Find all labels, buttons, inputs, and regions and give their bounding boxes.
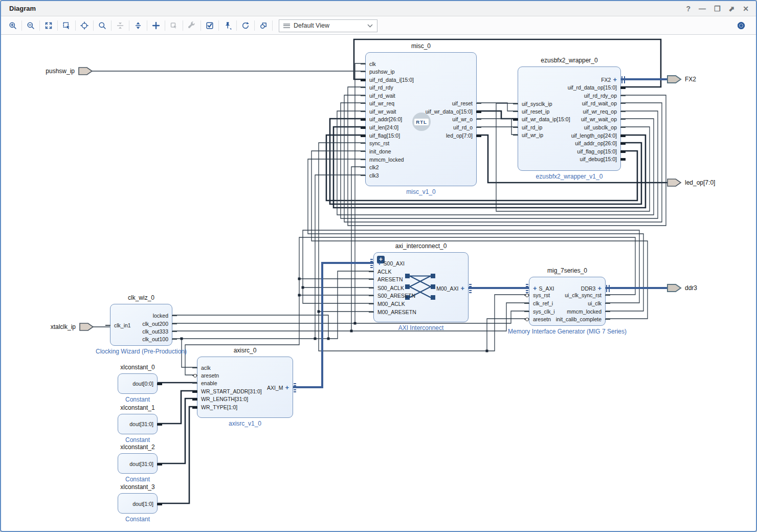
pin-clk_out100[interactable]: clk_out100 (142, 336, 168, 343)
pin-clk_ref_i[interactable]: clk_ref_i (533, 300, 553, 307)
pin-uif_debug[15:0][interactable]: uif_debug[15:0] (580, 156, 617, 163)
pin-ACLK[interactable]: ACLK (377, 268, 391, 275)
add-ip-icon[interactable] (149, 19, 163, 32)
maximize-button[interactable]: ❒ (714, 5, 721, 12)
pin-FX2[interactable]: FX2+ (601, 76, 617, 83)
block-misc_0[interactable]: RTLclkpushsw_ipuif_rd_data_i[15:0]uif_rd… (365, 52, 477, 186)
wire[interactable] (172, 315, 328, 339)
regenerate-layout-icon[interactable] (239, 19, 252, 32)
pin-uif_wr_data_o[15:0][interactable]: uif_wr_data_o[15:0] (426, 108, 473, 115)
port-arrow-ddr3[interactable] (667, 284, 681, 292)
pin-uif_rd_wait[interactable]: uif_rd_wait (369, 92, 395, 99)
gear-icon[interactable] (734, 19, 748, 32)
diagram-canvas[interactable]: pushsw_ipxtalclk_ipFX2led_op[7:0]ddr3RTL… (1, 1, 756, 530)
wire[interactable] (293, 263, 373, 387)
pin-S00_ARESETN[interactable]: S00_ARESETN (377, 292, 415, 299)
customize-wrench-icon[interactable] (185, 19, 198, 32)
port-arrow-xtalclk_ip[interactable] (80, 323, 93, 330)
pin-init_calib_complete[interactable]: init_calib_complete (556, 316, 602, 323)
wire[interactable] (158, 398, 197, 463)
wire[interactable] (351, 167, 365, 331)
zoom-fit-icon[interactable] (42, 19, 55, 32)
pin-enable[interactable]: enable (201, 380, 217, 387)
external-port-led_op[7:0][interactable]: led_op[7:0] (685, 179, 715, 186)
interface-connection-icon[interactable] (257, 19, 270, 32)
block-ezusbfx2_wrapper_0[interactable]: uif_sysclk_ipuif_reset_ipuif_wr_data_ip[… (518, 66, 621, 171)
collapse-hierarchy-icon[interactable] (114, 19, 127, 32)
pin-M00_AXI[interactable]: M00_AXI+ (436, 285, 464, 292)
block-xlconstant_0[interactable]: dout[0:0] (118, 373, 158, 394)
pin-uif_length_op[24:0][interactable]: uif_length_op[24:0] (571, 132, 617, 139)
pin-DDR3[interactable]: DDR3+ (581, 285, 602, 292)
pin-S_AXI[interactable]: +S_AXI (533, 285, 554, 292)
pin-pushsw_ip[interactable]: pushsw_ip (369, 68, 395, 75)
pin-mmcm_locked[interactable]: mmcm_locked (369, 156, 404, 163)
pin-uif_reset_ip[interactable]: uif_reset_ip (522, 108, 549, 115)
pin-ui_clk[interactable]: ui_clk (588, 300, 602, 307)
autofit-selection-icon[interactable] (78, 19, 91, 32)
search-icon[interactable] (96, 19, 109, 32)
pin-uif_wr_req[interactable]: uif_wr_req (369, 100, 394, 107)
validate-design-icon[interactable] (203, 19, 216, 32)
zoom-in-icon[interactable] (6, 19, 19, 32)
expand-interface-icon[interactable]: + (460, 285, 464, 292)
block-axi_interconnect_0[interactable]: ++S00_AXIACLKARESETNS00_ACLKS00_ARESETNM… (373, 252, 469, 322)
wire[interactable] (172, 311, 529, 323)
pin-uif_flag[15:0][interactable]: uif_flag[15:0] (369, 132, 400, 139)
port-arrow-pushsw_ip[interactable] (79, 68, 92, 75)
pin-mmcm_locked[interactable]: mmcm_locked (567, 308, 602, 315)
pin-uif_wr_o[interactable]: uif_wr_o (452, 116, 473, 123)
pin-uif_rd_rdy_op[interactable]: uif_rd_rdy_op (584, 92, 617, 99)
pin-clk3[interactable]: clk3 (369, 172, 379, 179)
pin-ui_clk_sync_rst[interactable]: ui_clk_sync_rst (565, 292, 602, 299)
expand-interface-icon[interactable]: + (597, 285, 602, 292)
expand-interface-icon[interactable]: + (613, 77, 617, 83)
pin-uif_wr_data_ip[15:0][interactable]: uif_wr_data_ip[15:0] (522, 116, 570, 123)
pin-clk_out200[interactable]: clk_out200 (142, 320, 168, 327)
pin-uif_rd_data_op[15:0][interactable]: uif_rd_data_op[15:0] (568, 84, 617, 91)
pin-uif_wr_ip[interactable]: uif_wr_ip (522, 131, 543, 139)
pin-clk2[interactable]: clk2 (369, 164, 379, 171)
pin-uif_rd_wait_op[interactable]: uif_rd_wait_op (582, 100, 617, 107)
zoom-out-icon[interactable] (24, 19, 37, 32)
expand-interface-icon[interactable]: + (533, 285, 537, 292)
expand-hierarchy-icon[interactable] (131, 19, 145, 32)
block-xlconstant_2[interactable]: dout[31:0] (118, 453, 158, 474)
copy-icon[interactable] (167, 19, 181, 32)
pin-uif_sysclk_ip[interactable]: uif_sysclk_ip (522, 100, 552, 107)
block-xlconstant_3[interactable]: dout[1:0] (118, 493, 158, 514)
pin-dout[31:0][interactable]: dout[31:0] (129, 460, 153, 468)
pin-WR_START_ADDR[31:0][interactable]: WR_START_ADDR[31:0] (201, 388, 262, 395)
pin-uif_rd_o[interactable]: uif_rd_o (453, 124, 473, 131)
pin-S00_AXI[interactable]: +S00_AXI (377, 260, 405, 267)
pin-ARESETN[interactable]: ARESETN (377, 276, 403, 283)
close-button[interactable]: ✕ (743, 5, 749, 12)
wire[interactable] (477, 111, 518, 119)
pin-clk[interactable]: clk (369, 60, 376, 68)
pin-uif_rd_data_i[15:0][interactable]: uif_rd_data_i[15:0] (369, 76, 414, 83)
port-arrow-FX2[interactable] (667, 76, 681, 83)
pin-uif_rd_rdy[interactable]: uif_rd_rdy (369, 84, 393, 91)
block-mig_7series_0[interactable]: +S_AXIsys_rstclk_ref_isys_clk_iaresetnDD… (529, 277, 606, 326)
external-port-pushsw_ip[interactable]: pushsw_ip (2, 68, 75, 75)
pin-uif_wr_wait[interactable]: uif_wr_wait (369, 108, 396, 115)
pin-sys_clk_i[interactable]: sys_clk_i (533, 308, 555, 315)
block-clk_wiz_0[interactable]: clk_in1lockedclk_out200clk_out333clk_out… (110, 304, 172, 346)
pin-uif_addr[26:0][interactable]: uif_addr[26:0] (369, 116, 402, 123)
pin-uif_rd_ip[interactable]: uif_rd_ip (522, 124, 542, 131)
view-selector-dropdown[interactable]: Default View (279, 19, 377, 32)
pin-uif_len[24:0][interactable]: uif_len[24:0] (369, 124, 398, 131)
float-button[interactable]: ⬈ (729, 5, 735, 12)
wire[interactable] (172, 303, 529, 331)
pin-M00_ARESETN[interactable]: M00_ARESETN (377, 308, 416, 316)
pin-uif_usbclk_op[interactable]: uif_usbclk_op (584, 124, 617, 131)
wire[interactable] (158, 407, 197, 503)
wire[interactable] (172, 271, 373, 339)
pin-WR_LENGTH[31:0][interactable]: WR_LENGTH[31:0] (201, 395, 248, 403)
expand-interface-icon[interactable]: + (285, 385, 289, 391)
pin-clk_in1[interactable]: clk_in1 (114, 322, 131, 329)
port-arrow-led_op[7:0][interactable] (667, 179, 681, 186)
pin-uif_reset[interactable]: uif_reset (452, 100, 473, 107)
pin-dout[31:0][interactable]: dout[31:0] (129, 420, 153, 428)
pin-sys_rst[interactable]: sys_rst (533, 292, 550, 299)
